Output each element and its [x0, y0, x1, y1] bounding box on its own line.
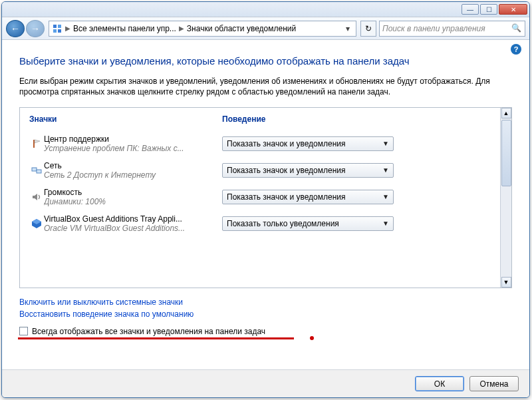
- list-item: Громкость Динамики: 100% Показать значок…: [29, 184, 491, 210]
- icon-list: Значки Поведение Центр поддержки Устране…: [20, 108, 500, 288]
- breadcrumb-1[interactable]: Все элементы панели упр...: [73, 24, 176, 33]
- column-header-behavior: Поведение: [222, 114, 491, 124]
- links-area: Включить или выключить системные значки …: [19, 298, 512, 319]
- virtualbox-icon: [29, 218, 44, 229]
- search-placeholder: Поиск в панели управления: [382, 24, 485, 33]
- annotation-dot: [310, 336, 314, 340]
- svg-rect-5: [32, 168, 37, 171]
- item-subtitle: Динамики: 100%: [44, 197, 217, 206]
- footer: ОК Отмена: [2, 369, 529, 397]
- dropdown-value: Показать значок и уведомления: [227, 192, 346, 202]
- minimize-button[interactable]: —: [462, 4, 479, 15]
- scroll-thumb[interactable]: [501, 120, 511, 186]
- volume-icon: [29, 192, 44, 202]
- svg-rect-4: [33, 140, 35, 148]
- always-show-checkbox[interactable]: [19, 327, 28, 335]
- always-show-label[interactable]: Всегда отображать все значки и уведомлен…: [32, 327, 265, 336]
- chevron-down-icon: ▼: [382, 140, 389, 147]
- scroll-up-icon[interactable]: ▲: [501, 108, 511, 118]
- list-item: Сеть Сеть 2 Доступ к Интернету Показать …: [29, 157, 491, 184]
- flag-icon: [29, 138, 44, 149]
- breadcrumb-sep-icon: ▶: [179, 25, 184, 32]
- item-subtitle: Сеть 2 Доступ к Интернету: [44, 170, 217, 180]
- chevron-down-icon: ▼: [382, 220, 389, 227]
- cancel-button[interactable]: Отмена: [469, 376, 519, 391]
- address-dropdown-icon[interactable]: ▾: [342, 24, 353, 33]
- dropdown-value: Показать только уведомления: [227, 219, 339, 228]
- back-button[interactable]: ←: [6, 20, 25, 37]
- breadcrumb-2[interactable]: Значки области уведомлений: [187, 24, 296, 33]
- window: — ☐ ✕ ← → ▶ Все элементы панели упр... ▶…: [1, 1, 530, 398]
- scroll-down-icon[interactable]: ▼: [501, 277, 511, 288]
- item-subtitle: Устранение проблем ПК: Важных с...: [44, 144, 217, 153]
- page-title: Выберите значки и уведомления, которые н…: [19, 55, 512, 68]
- dropdown-value: Показать значок и уведомления: [227, 139, 346, 148]
- refresh-button[interactable]: ↻: [360, 21, 376, 37]
- item-title: Сеть: [44, 161, 217, 170]
- list-item: Центр поддержки Устранение проблем ПК: В…: [29, 130, 491, 157]
- column-header-icons: Значки: [29, 114, 222, 124]
- close-button[interactable]: ✕: [499, 4, 527, 15]
- scrollbar[interactable]: ▲ ▼: [500, 108, 511, 288]
- search-input[interactable]: Поиск в панели управления 🔍: [379, 21, 525, 37]
- control-panel-icon: [52, 23, 63, 34]
- item-title: Громкость: [44, 188, 217, 197]
- icon-list-frame: Значки Поведение Центр поддержки Устране…: [19, 107, 512, 288]
- help-icon[interactable]: ?: [511, 44, 521, 55]
- titlebar: — ☐ ✕: [2, 2, 529, 17]
- maximize-button[interactable]: ☐: [480, 4, 497, 15]
- breadcrumb-sep-icon: ▶: [65, 25, 70, 32]
- always-show-row: Всегда отображать все значки и уведомлен…: [19, 327, 512, 336]
- search-icon[interactable]: 🔍: [511, 23, 522, 34]
- item-title: Центр поддержки: [44, 134, 217, 144]
- forward-button[interactable]: →: [26, 20, 45, 37]
- dropdown-value: Показать значок и уведомления: [227, 166, 346, 175]
- ok-button[interactable]: ОК: [415, 376, 464, 391]
- svg-rect-6: [37, 170, 41, 173]
- chevron-down-icon: ▼: [382, 193, 389, 200]
- page-description: Если выбран режим скрытия значков и увед…: [19, 76, 512, 97]
- address-bar[interactable]: ▶ Все элементы панели упр... ▶ Значки об…: [49, 21, 356, 37]
- network-icon: [29, 165, 44, 176]
- toggle-system-icons-link[interactable]: Включить или выключить системные значки: [19, 298, 512, 307]
- chevron-down-icon: ▼: [382, 166, 389, 174]
- content-area: ? Выберите значки и уведомления, которые…: [2, 40, 529, 369]
- behavior-dropdown[interactable]: Показать только уведомления ▼: [222, 216, 394, 231]
- item-subtitle: Oracle VM VirtualBox Guest Additions...: [44, 224, 217, 233]
- svg-rect-2: [53, 29, 57, 33]
- svg-rect-1: [58, 25, 61, 28]
- annotation-underline: [18, 337, 294, 339]
- list-header: Значки Поведение: [29, 114, 491, 124]
- svg-rect-3: [58, 29, 61, 33]
- item-title: VirtualBox Guest Additions Tray Appli...: [44, 214, 217, 224]
- navbar: ← → ▶ Все элементы панели упр... ▶ Значк…: [2, 17, 529, 40]
- behavior-dropdown[interactable]: Показать значок и уведомления ▼: [222, 163, 394, 178]
- behavior-dropdown[interactable]: Показать значок и уведомления ▼: [222, 190, 394, 204]
- list-item: VirtualBox Guest Additions Tray Appli...…: [29, 210, 491, 237]
- restore-defaults-link[interactable]: Восстановить поведение значка по умолчан…: [19, 309, 512, 319]
- svg-rect-0: [53, 25, 57, 28]
- behavior-dropdown[interactable]: Показать значок и уведомления ▼: [222, 136, 394, 151]
